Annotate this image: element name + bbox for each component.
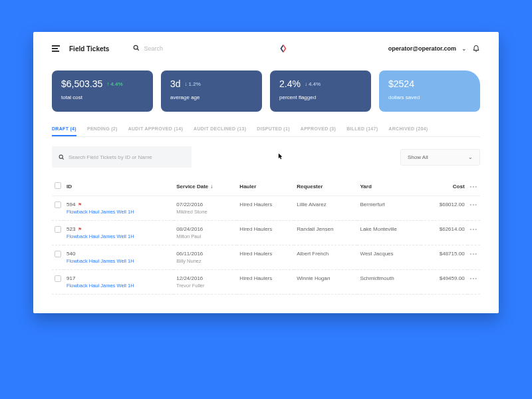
tab-audit-approved[interactable]: AUDIT APPROVED (14) [128,126,183,136]
filter-label: Show All [408,154,428,160]
yard: Bernierfurt [357,196,421,221]
col-yard[interactable]: Yard [357,177,421,196]
global-search[interactable] [133,45,223,53]
stat-total-cost: $6,503.35 ↑ 4.4% total cost [52,70,153,112]
requester: Winnie Hogan [294,270,357,295]
tickets-table: ID Service Date↓ Hauler Requester Yard C… [52,177,480,295]
select-all-checkbox[interactable] [55,182,61,189]
chevron-down-icon: ⌄ [462,45,467,52]
row-actions-icon[interactable]: ••• [470,226,477,232]
ticket-id: 917 [66,275,171,281]
flag-icon: ⚑ [78,202,82,207]
table-row[interactable]: 523 ⚑Flowback Haul James Well 1H08/24/20… [52,221,480,245]
ticket-id: 594 ⚑ [66,201,171,207]
requester: Albert French [294,245,357,270]
stat-label: average age [170,94,253,100]
tab-pending[interactable]: PENDING (2) [87,126,118,136]
user-email: operator@operator.com [388,45,456,52]
stat-delta: ↓ 4.4% [305,81,321,87]
stat-dollars-saved: $2524 dollars saved [379,70,480,112]
service-date: 07/22/2016 [176,201,234,207]
ticket-id: 523 ⚑ [66,226,171,232]
global-search-input[interactable] [144,45,223,52]
row-checkbox[interactable] [55,226,61,233]
hauler: Hired Haulers [237,245,294,270]
stat-value: $2524 [388,78,414,89]
svg-point-0 [134,45,138,49]
ticket-id: 540 [66,251,171,257]
stat-delta: ↓ 1.2% [185,81,201,87]
col-cost[interactable]: Cost [421,177,467,196]
header: Field Tickets operator@operator.com ⌄ [52,44,480,53]
tab-audit-declined[interactable]: AUDIT DECLINED (13) [194,126,246,136]
service-person: Billy Nunez [176,258,234,264]
requester: Randall Jensen [294,221,357,245]
filter-dropdown[interactable]: Show All ⌄ [400,149,480,166]
table-header-row: ID Service Date↓ Hauler Requester Yard C… [52,177,480,196]
col-hauler[interactable]: Hauler [237,177,294,196]
app-card: Field Tickets operator@operator.com ⌄ $6… [33,32,499,313]
hauler: Hired Haulers [237,196,294,221]
stat-label: total cost [61,94,144,100]
status-tabs: DRAFT (4) PENDING (2) AUDIT APPROVED (14… [52,126,480,137]
tab-disputed[interactable]: DISPUTED (1) [257,126,290,136]
service-date: 08/24/2016 [176,226,234,232]
stat-label: dollars saved [388,94,471,100]
logo-icon [279,44,288,53]
service-person: Trevor Fuller [176,283,234,289]
yard: West Jacques [357,245,421,270]
row-actions-icon[interactable]: ••• [470,201,477,207]
stat-label: percent flagged [279,94,362,100]
table-row[interactable]: 917Flowback Haul James Well 1H12/24/2016… [52,270,480,295]
stat-value: $6,503.35 [61,78,102,89]
service-person: Milton Paul [176,233,234,239]
stat-average-age: 3d ↓ 1.2% average age [161,70,262,112]
col-id[interactable]: ID [64,177,174,196]
ticket-name-link[interactable]: Flowback Haul James Well 1H [66,258,171,264]
cost: $62614.00 [421,221,467,245]
yard: Lake Monteville [357,221,421,245]
svg-line-1 [138,49,140,51]
row-actions-icon[interactable]: ••• [470,251,477,257]
chevron-down-icon: ⌄ [468,154,473,160]
stat-value: 3d [170,78,181,89]
ticket-name-link[interactable]: Flowback Haul James Well 1H [66,283,171,289]
header-actions-icon[interactable]: ••• [470,184,477,190]
stat-percent-flagged: 2.4% ↓ 4.4% percent flagged [270,70,371,112]
tab-billed[interactable]: BILLED (147) [346,126,378,136]
menu-icon[interactable] [52,45,60,52]
row-actions-icon[interactable]: ••• [470,275,477,281]
user-menu[interactable]: operator@operator.com ⌄ [388,44,480,53]
hauler: Hired Haulers [237,270,294,295]
page-title: Field Tickets [69,45,109,53]
bell-icon[interactable] [472,44,480,53]
search-icon [133,45,140,53]
row-checkbox[interactable] [55,251,61,257]
cost: $68012.00 [421,196,467,221]
search-icon [59,151,65,163]
service-person: Mildred Stone [176,209,234,215]
table-row[interactable]: 540Flowback Haul James Well 1H06/11/2016… [52,245,480,270]
cursor-icon [278,153,283,161]
tab-archived[interactable]: ARCHIVED (204) [388,126,428,136]
col-requester[interactable]: Requester [294,177,357,196]
stat-value: 2.4% [279,78,301,89]
ticket-name-link[interactable]: Flowback Haul James Well 1H [66,209,171,215]
hauler: Hired Haulers [237,221,294,245]
row-checkbox[interactable] [55,275,61,282]
stat-cards: $6,503.35 ↑ 4.4% total cost 3d ↓ 1.2% av… [52,70,480,112]
ticket-search-input[interactable] [68,154,185,160]
svg-line-3 [63,158,64,160]
table-toolbar: Show All ⌄ [52,146,480,168]
tab-draft[interactable]: DRAFT (4) [52,126,76,136]
tab-approved[interactable]: APPROVED (3) [301,126,336,136]
col-service-date[interactable]: Service Date↓ [174,177,237,196]
table-row[interactable]: 594 ⚑Flowback Haul James Well 1H07/22/20… [52,196,480,221]
cost: $48715.00 [421,245,467,270]
ticket-name-link[interactable]: Flowback Haul James Well 1H [66,233,171,239]
requester: Lillie Alvarez [294,196,357,221]
ticket-search[interactable] [52,146,192,168]
row-checkbox[interactable] [55,201,61,208]
service-date: 12/24/2016 [176,275,234,281]
service-date: 06/11/2016 [176,251,234,257]
